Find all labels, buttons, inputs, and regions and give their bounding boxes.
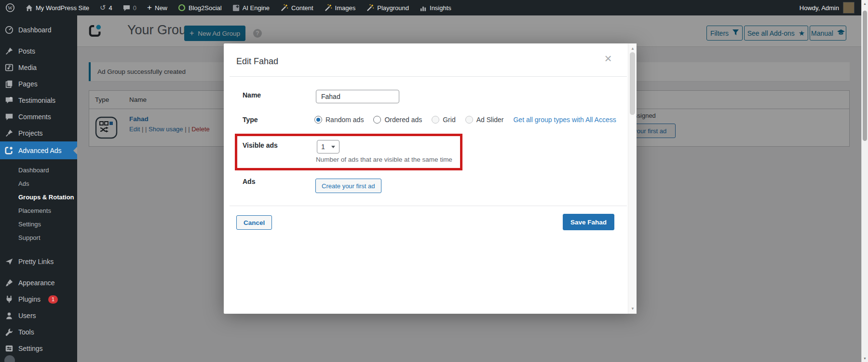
sidebar-item-testimonials[interactable]: Testimonials <box>0 92 77 109</box>
sidebar-item-plugins[interactable]: Plugins 1 <box>0 291 77 307</box>
sidebar-label: Appearance <box>18 279 55 287</box>
insights-menu[interactable]: Insights <box>414 0 457 15</box>
save-button[interactable]: Save Fahad <box>563 214 614 230</box>
sidebar-item-posts[interactable]: Posts <box>0 43 77 59</box>
paper-plane-icon <box>4 257 14 266</box>
sidebar-item-appearance[interactable]: Appearance <box>0 275 77 291</box>
pushpin-icon <box>4 128 14 138</box>
radio-button-checked[interactable] <box>314 116 322 124</box>
paintbrush-icon <box>4 278 14 288</box>
scrollbar-thumb[interactable] <box>863 11 867 141</box>
radio-label: Random ads <box>326 116 364 124</box>
plus-icon: + <box>147 3 152 13</box>
site-name-menu[interactable]: My WordPress Site <box>20 0 95 15</box>
submenu-support[interactable]: Support <box>0 231 77 244</box>
playground-menu[interactable]: Playground <box>361 0 414 15</box>
sidebar-label: Pages <box>18 80 38 88</box>
magic-wand-icon <box>280 4 288 12</box>
radio-button[interactable] <box>373 116 381 124</box>
scroll-down-icon[interactable]: ▼ <box>628 306 637 311</box>
sidebar-label: Users <box>18 312 36 320</box>
sidebar-label: Dashboard <box>18 26 52 34</box>
updates-menu[interactable]: ↺ 4 <box>95 0 118 15</box>
submenu-label: Settings <box>18 221 41 228</box>
submenu-label: Support <box>18 234 41 241</box>
cancel-button[interactable]: Cancel <box>236 215 272 230</box>
radio-label: Ordered ads <box>384 116 422 124</box>
comments-menu[interactable]: 0 <box>118 0 142 15</box>
save-label: Save Fahad <box>570 219 607 226</box>
user-icon <box>4 311 14 320</box>
annotation-highlight-box <box>235 134 462 170</box>
wordpress-admin-screen: W My WordPress Site ↺ 4 0 + New <box>0 0 868 362</box>
avatar <box>843 2 854 14</box>
sidebar-item-settings[interactable]: Settings <box>0 340 77 357</box>
group-name-input[interactable] <box>316 90 399 103</box>
submenu-advanced-ads-dashboard[interactable]: Dashboard <box>0 163 77 177</box>
modal-scrollbar[interactable]: ▲ ▼ <box>628 43 637 314</box>
advanced-ads-icon <box>4 146 14 155</box>
images-menu[interactable]: Images <box>319 0 361 15</box>
admin-bar: W My WordPress Site ↺ 4 0 + New <box>0 0 868 15</box>
sidebar-item-media[interactable]: Media <box>0 59 77 76</box>
scrollbar-thumb[interactable] <box>630 52 635 115</box>
submenu-settings[interactable]: Settings <box>0 217 77 231</box>
sidebar-item-comments[interactable]: Comments <box>0 109 77 125</box>
sidebar-item-projects[interactable]: Projects <box>0 125 77 141</box>
updates-count: 4 <box>109 4 112 12</box>
create-first-ad-label: Create your first ad <box>322 182 375 190</box>
sidebar-label: Plugins <box>18 295 41 303</box>
new-content-menu[interactable]: + New <box>142 0 173 15</box>
plugins-update-badge: 1 <box>48 295 58 304</box>
scroll-up-icon[interactable]: ▲ <box>628 46 637 51</box>
scroll-up-icon[interactable]: ▲ <box>862 2 868 5</box>
pages-icon <box>4 79 14 89</box>
submenu-label: Placements <box>18 207 51 214</box>
content-menu[interactable]: Content <box>275 0 319 15</box>
sidebar-label: Testimonials <box>18 97 55 104</box>
submenu-ads[interactable]: Ads <box>0 177 77 190</box>
sidebar-item-pretty-links[interactable]: Pretty Links <box>0 253 77 270</box>
radio-button-disabled[interactable] <box>432 116 439 124</box>
ai-engine-icon <box>232 4 240 12</box>
ads-field-label: Ads <box>243 178 255 185</box>
submenu-placements[interactable]: Placements <box>0 204 77 217</box>
bar-chart-icon <box>420 4 427 12</box>
group-type-options: Random ads Ordered ads Grid Ad Slider Ge… <box>314 115 616 125</box>
scroll-down-icon[interactable]: ▼ <box>862 357 868 360</box>
active-item-arrow <box>69 147 77 154</box>
radio-grid[interactable]: Grid <box>432 116 455 124</box>
sidebar-item-advanced-ads[interactable]: Advanced Ads <box>0 141 77 159</box>
all-access-link[interactable]: Get all group types with All Access <box>513 116 616 124</box>
sliders-icon <box>4 344 14 353</box>
close-icon[interactable]: × <box>601 51 615 66</box>
sidebar-item-pages[interactable]: Pages <box>0 76 77 92</box>
sidebar-item-dashboard[interactable]: Dashboard <box>0 22 77 38</box>
playground-label: Playground <box>377 4 409 12</box>
create-first-ad-button-modal[interactable]: Create your first ad <box>315 179 381 193</box>
sidebar-item-tools[interactable]: Tools <box>0 324 77 340</box>
sidebar-label: Advanced Ads <box>18 147 62 154</box>
ai-engine-label: AI Engine <box>243 4 270 12</box>
blog2social-label: Blog2Social <box>189 4 222 12</box>
magic-wand-icon <box>324 4 332 12</box>
account-menu[interactable]: Howdy, Admin <box>800 0 854 15</box>
sidebar-item-users[interactable]: Users <box>0 307 77 324</box>
content-label: Content <box>291 4 313 12</box>
sidebar-label: Tools <box>18 328 34 336</box>
plug-icon <box>4 294 14 304</box>
radio-button-disabled[interactable] <box>465 116 473 124</box>
wordpress-logo-menu[interactable]: W <box>0 0 20 15</box>
radio-ordered-ads[interactable]: Ordered ads <box>373 116 422 124</box>
submenu-groups-rotation[interactable]: Groups & Rotation <box>0 190 77 204</box>
media-icon <box>4 63 14 72</box>
wordpress-logo-icon: W <box>5 3 15 13</box>
page-scrollbar[interactable]: ▲ ▼ <box>861 0 868 362</box>
blog2social-menu[interactable]: Blog2Social <box>173 0 227 15</box>
svg-text:W: W <box>8 5 13 11</box>
radio-ad-slider[interactable]: Ad Slider <box>465 116 504 124</box>
submenu-label: Ads <box>18 180 29 187</box>
radio-random-ads[interactable]: Random ads <box>314 116 364 124</box>
edit-group-modal: Edit Fahad × Name Type Random ads Ordere… <box>224 43 637 314</box>
ai-engine-menu[interactable]: AI Engine <box>227 0 275 15</box>
